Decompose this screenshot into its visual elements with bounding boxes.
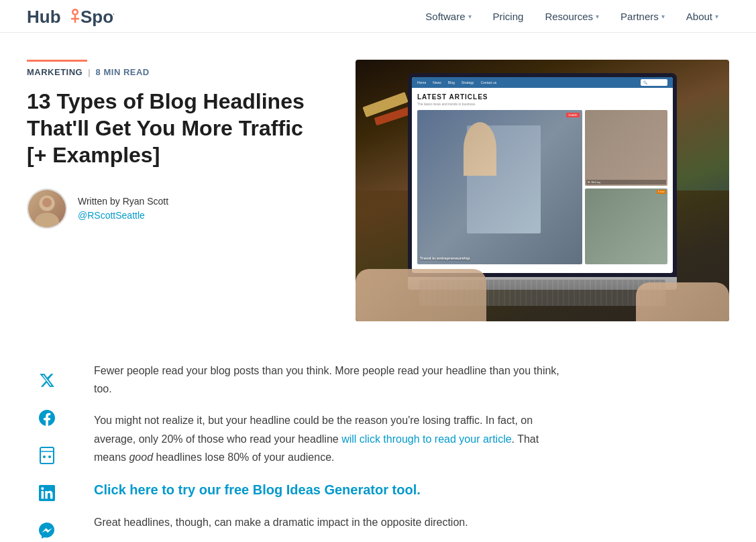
nav-label-resources: Resources [545,11,593,22]
written-by-label: Written by Ryan Scott [78,196,168,207]
chevron-down-icon-about: ▾ [715,13,718,20]
main-nav: Software ▾ Pricing Resources ▾ Partners … [415,0,729,33]
svg-point-13 [48,455,51,458]
article-text: Fewer people read your blog posts than y… [94,362,563,542]
nav-label-pricing: Pricing [493,11,524,22]
author-avatar-image [28,190,66,227]
chevron-down-icon: ▾ [468,13,472,20]
article-hero: MARKETING | 8 MIN READ 13 Types of Blog … [27,33,729,341]
author-handle-link[interactable]: @RScottSeattle [78,210,145,221]
author-avatar [27,188,67,229]
nav-item-pricing[interactable]: Pricing [482,0,535,33]
site-header: Hub Spot Software ▾ Pricing Resources ▾ … [0,0,756,33]
article-hero-left: MARKETING | 8 MIN READ 13 Types of Blog … [27,60,329,229]
svg-text:Spot: Spot [80,7,114,27]
author-section: Written by Ryan Scott @RScottSeattle [27,188,329,229]
article-title: 13 Types of Blog Headlines That'll Get Y… [27,88,329,168]
twitter-share-button[interactable] [35,368,59,392]
article-paragraph-2: You might not realize it, but your headl… [94,411,563,466]
author-info: Written by Ryan Scott @RScottSeattle [78,196,168,221]
article-paragraph-1: Fewer people read your blog posts than y… [94,362,563,398]
svg-point-10 [42,198,52,207]
save-share-button[interactable] [35,443,59,468]
main-content: MARKETING | 8 MIN READ 13 Types of Blog … [0,33,756,542]
article-body-section: Fewer people read your blog posts than y… [27,341,729,542]
nav-item-resources[interactable]: Resources ▾ [534,0,610,33]
nav-label-partners: Partners [620,11,659,22]
article-paragraph-3: Great headlines, though, can make a dram… [94,513,563,531]
nav-label-about: About [686,11,712,22]
nav-label-software: Software [425,11,465,22]
svg-text:Hub: Hub [27,7,61,27]
svg-point-12 [43,455,46,458]
category-divider: | [88,67,90,77]
para2-tail: headlines lose 80% of your audience. [153,451,334,463]
nav-item-software[interactable]: Software ▾ [415,0,482,33]
facebook-share-button[interactable] [35,406,59,430]
linkedin-share-button[interactable] [35,481,59,505]
blog-ideas-cta-link[interactable]: Click here to try our free Blog Ideas Ge… [94,480,563,500]
messenger-share-button[interactable] [35,519,59,542]
chevron-down-icon-partners: ▾ [661,13,665,20]
article-hero-image: Home News Blog Strategy Contact us 🔍 [356,60,729,321]
nav-item-partners[interactable]: Partners ▾ [610,0,676,33]
svg-rect-11 [40,447,54,464]
category-underline [27,60,87,62]
article-category: MARKETING [27,67,83,77]
logo[interactable]: Hub Spot [27,5,114,27]
chevron-down-icon-resources: ▾ [596,13,599,20]
svg-point-2 [74,11,77,14]
article-read-time: 8 MIN READ [96,67,150,77]
nav-item-about[interactable]: About ▾ [676,0,729,33]
svg-point-8 [35,213,59,227]
click-through-link[interactable]: will click through to read your article [341,433,511,445]
para2-italic: good [129,451,153,463]
social-share-sidebar [27,362,67,542]
